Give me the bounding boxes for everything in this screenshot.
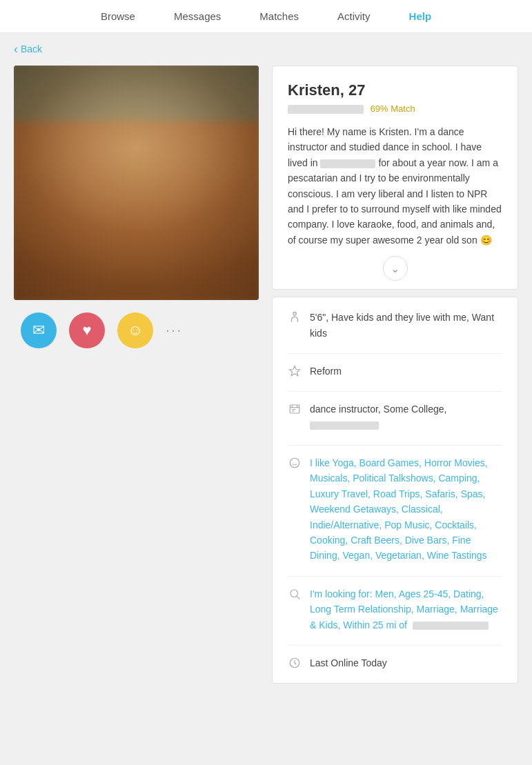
religion-row: Reform [288, 364, 502, 379]
profile-location [288, 103, 366, 114]
nav-matches[interactable]: Matches [240, 10, 318, 22]
profile-name: Kristen, 27 [288, 81, 502, 99]
clock-icon [288, 656, 302, 670]
height-row: 5'6", Have kids and they live with me, W… [288, 310, 502, 341]
occupation-text: dance instructor, Some College, [310, 401, 502, 433]
interests-icon [288, 456, 302, 470]
profile-meta: 69% Match [288, 102, 502, 115]
last-online-row: Last Online Today [288, 655, 502, 670]
svg-point-11 [290, 590, 298, 597]
right-column: Kristen, 27 69% Match Hi there! My name … [272, 66, 518, 684]
profile-container: ✉ ♥ ☺ ··· Kristen, 27 69% Match Hi there… [0, 66, 532, 697]
profile-bio: Hi there! My name is Kristen. I'm a danc… [288, 124, 502, 248]
profile-match: 69% Match [371, 103, 415, 114]
looking-for-row: I'm looking for: Men, Ages 25-45, Dating… [288, 586, 502, 633]
more-options-button[interactable]: ··· [166, 321, 182, 339]
person-icon [288, 310, 302, 324]
wink-button[interactable]: ☺ [117, 312, 153, 348]
svg-line-12 [297, 596, 299, 599]
message-button[interactable]: ✉ [21, 312, 57, 348]
religion-icon [288, 364, 302, 378]
profile-card: Kristen, 27 69% Match Hi there! My name … [272, 66, 518, 290]
search-icon [288, 587, 302, 601]
back-row: Back [0, 33, 532, 66]
nav-activity[interactable]: Activity [318, 10, 390, 22]
svg-rect-2 [290, 405, 299, 413]
photo-overlay [14, 66, 259, 300]
svg-point-8 [290, 458, 299, 468]
like-button[interactable]: ♥ [69, 312, 105, 348]
occupation-icon [288, 402, 302, 416]
nav-help[interactable]: Help [390, 10, 451, 22]
height-text: 5'6", Have kids and they live with me, W… [310, 310, 502, 341]
last-online-text: Last Online Today [310, 655, 387, 670]
interests-row: I like Yoga, Board Games, Horror Movies,… [288, 455, 502, 564]
expand-button[interactable]: ⌄ [383, 256, 408, 281]
profile-photo [14, 66, 259, 300]
svg-marker-1 [290, 366, 300, 375]
nav-messages[interactable]: Messages [155, 10, 240, 22]
back-button[interactable]: Back [14, 43, 42, 55]
occupation-row: dance instructor, Some College, [288, 401, 502, 433]
left-column: ✉ ♥ ☺ ··· [14, 66, 262, 348]
nav-browse[interactable]: Browse [81, 10, 155, 22]
svg-point-0 [293, 312, 297, 316]
interests-text: I like Yoga, Board Games, Horror Movies,… [310, 455, 502, 564]
looking-for-text: I'm looking for: Men, Ages 25-45, Dating… [310, 586, 502, 633]
action-buttons: ✉ ♥ ☺ ··· [14, 300, 262, 348]
religion-text: Reform [310, 364, 342, 379]
main-nav: Browse Messages Matches Activity Help [0, 0, 532, 33]
details-card: 5'6", Have kids and they live with me, W… [272, 297, 518, 684]
